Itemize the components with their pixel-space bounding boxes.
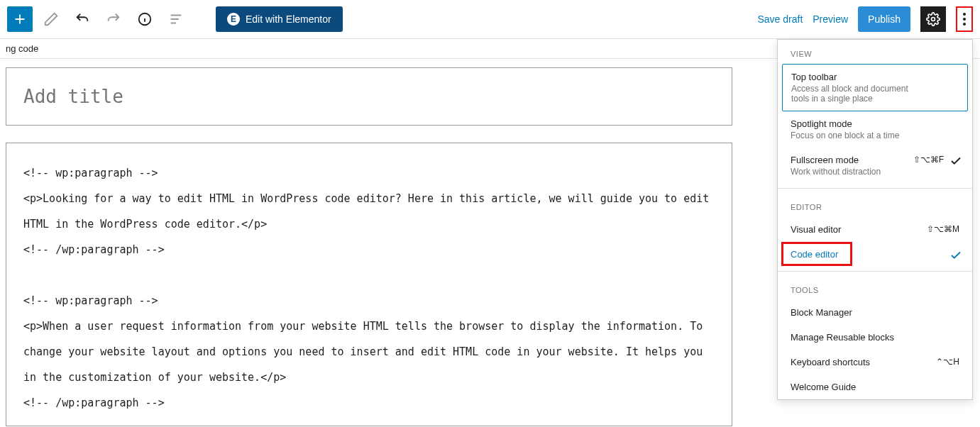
add-block-button[interactable]	[7, 6, 33, 32]
check-icon	[949, 249, 962, 264]
code-editor-option[interactable]: Code editor	[778, 242, 972, 267]
option-title: Spotlight mode	[791, 118, 959, 129]
option-sub: Access all block and document tools in a…	[791, 84, 959, 104]
plus-icon	[12, 11, 28, 27]
spotlight-option[interactable]: Spotlight mode Focus on one block at a t…	[778, 111, 972, 148]
keyboard-shortcuts-option[interactable]: Keyboard shortcuts ⌃⌥H	[778, 350, 972, 375]
preview-button[interactable]: Preview	[813, 13, 848, 25]
pencil-icon	[43, 11, 59, 27]
shortcut-text: ⇧⌥⌘F	[913, 155, 944, 165]
option-title: Welcome Guide	[791, 382, 959, 392]
outline-button[interactable]	[163, 6, 189, 32]
block-manager-option[interactable]: Block Manager	[778, 300, 972, 325]
toolbar-right: Save draft Preview Publish	[757, 6, 973, 32]
redo-icon	[106, 11, 121, 27]
editor-section-label: EDITOR	[778, 193, 972, 217]
reusable-blocks-option[interactable]: Manage Reusable blocks	[778, 325, 972, 350]
vertical-dots-icon	[963, 13, 966, 26]
divider	[778, 271, 972, 272]
fullscreen-option[interactable]: Fullscreen mode Work without distraction…	[778, 148, 972, 184]
options-dropdown: VIEW Top toolbar Access all block and do…	[777, 39, 973, 400]
shortcut-text: ⇧⌥⌘M	[927, 224, 959, 234]
svg-point-1	[932, 18, 935, 21]
divider	[778, 188, 972, 189]
subheader-text: ng code	[6, 43, 38, 54]
undo-button[interactable]	[70, 6, 95, 32]
edit-button[interactable]	[38, 6, 64, 32]
option-sub: Work without distraction	[791, 167, 959, 177]
option-title: Keyboard shortcuts	[791, 357, 959, 367]
check-icon	[949, 155, 962, 170]
visual-editor-option[interactable]: Visual editor ⇧⌥⌘M	[778, 217, 972, 242]
undo-icon	[75, 11, 90, 27]
tools-section-label: TOOLS	[778, 276, 972, 300]
settings-button[interactable]	[920, 6, 946, 32]
shortcut-text: ⌃⌥H	[936, 357, 959, 367]
option-title: Code editor	[791, 249, 959, 260]
save-draft-button[interactable]: Save draft	[757, 13, 803, 25]
elementor-icon: E	[227, 13, 240, 26]
info-button[interactable]	[132, 6, 158, 32]
top-toolbar-option[interactable]: Top toolbar Access all block and documen…	[782, 64, 968, 111]
redo-button[interactable]	[101, 6, 126, 32]
elementor-button[interactable]: E Edit with Elementor	[216, 6, 343, 32]
more-menu-button[interactable]	[956, 6, 973, 32]
title-input[interactable]: Add title	[6, 67, 732, 126]
welcome-guide-option[interactable]: Welcome Guide	[778, 375, 972, 399]
elementor-label: Edit with Elementor	[246, 13, 331, 25]
info-icon	[137, 11, 153, 27]
publish-button[interactable]: Publish	[858, 6, 910, 32]
gear-icon	[926, 12, 940, 26]
option-title: Manage Reusable blocks	[791, 332, 959, 343]
option-sub: Focus on one block at a time	[791, 131, 959, 140]
option-title: Top toolbar	[791, 72, 959, 82]
top-toolbar: E Edit with Elementor Save draft Preview…	[0, 0, 980, 39]
view-section-label: VIEW	[778, 40, 972, 64]
list-icon	[168, 11, 184, 27]
option-title: Block Manager	[791, 307, 959, 318]
code-textarea[interactable]: <!-- wp:paragraph --> <p>Looking for a w…	[6, 143, 732, 426]
